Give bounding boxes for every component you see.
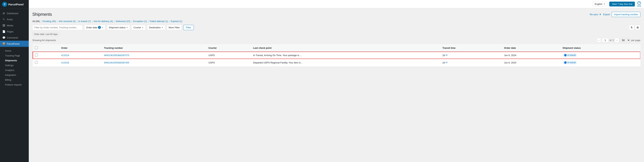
columns-view-button[interactable]: ⊞ xyxy=(635,25,640,30)
col-transit-time: Transit time xyxy=(440,44,502,52)
transit-time-value: 2d ✉ xyxy=(442,54,500,57)
row-order-cell: #13319 xyxy=(59,52,102,59)
order-date-chevron-icon: ▼ xyxy=(102,26,104,28)
row-order-cell: #13318 xyxy=(59,59,102,66)
sidebar-label-dashboard: Dashboard xyxy=(7,12,18,15)
sidebar-item-pages[interactable]: 📄 Pages xyxy=(0,28,29,35)
sidebar-sub-feature-request[interactable]: Feature request xyxy=(0,82,29,87)
transit-days: 2d xyxy=(442,61,445,64)
row-date-cell: Jun 6, 2024 xyxy=(502,59,560,66)
sidebar-item-comments[interactable]: 💬 Comments xyxy=(0,35,29,41)
sidebar-label-comments: Comments xyxy=(7,36,18,39)
help-button[interactable]: ? Help xyxy=(637,1,641,7)
brand-header: P ParcelPanel xyxy=(0,0,29,9)
tab-in-transit[interactable]: In transit (7) xyxy=(78,20,91,23)
sidebar-sub-tracking-page[interactable]: Tracking Page xyxy=(0,53,29,58)
transit-time-value: 2d ✉ xyxy=(442,61,500,64)
destination-filter[interactable]: Destination ▼ xyxy=(147,25,165,30)
table-row: #13319 940013610553683387375 USPS In Tra… xyxy=(33,52,640,59)
row-checkpoint-cell: In Transit, Arriving On Time. Your packa… xyxy=(251,52,440,59)
import-button[interactable]: Import tracking number xyxy=(612,12,640,17)
sidebar-sub-analytics[interactable]: Analytics xyxy=(0,68,29,73)
date-badge: Order date: Last 60 days xyxy=(32,32,59,36)
shipment-status-chevron-icon: ▼ xyxy=(126,26,128,28)
page-title: Shipments xyxy=(32,12,52,17)
more-filter-button[interactable]: More Filter xyxy=(167,25,182,30)
view-buttons: ⇅ ⊞ xyxy=(629,25,640,30)
row-status-cell: 🔵 In transit xyxy=(560,52,640,59)
resync-button[interactable]: Re-sync ▼ xyxy=(590,13,602,16)
table-info: Showing 84 shipments ‹ of 2 › 50 25 100 … xyxy=(32,38,640,42)
prev-page-button[interactable]: ‹ xyxy=(597,38,601,42)
tracking-link[interactable]: 940013610553683387375 xyxy=(104,54,129,57)
total-pages: 2 xyxy=(612,39,614,42)
row-date-cell: Jun 6, 2024 xyxy=(502,52,560,59)
next-page-button[interactable]: › xyxy=(615,38,619,42)
language-selector[interactable]: English ▼ xyxy=(593,2,607,6)
status-badge: 🔵 In transit xyxy=(562,53,577,57)
row-status-cell: 🔵 In transit xyxy=(560,59,640,66)
order-date-filter[interactable]: Order date 1 ▼ xyxy=(84,25,105,30)
sidebar-item-media[interactable]: 🖼 Media xyxy=(0,22,29,28)
sidebar-sub-billing[interactable]: Billing xyxy=(0,78,29,82)
page-input[interactable] xyxy=(602,38,608,42)
tab-pending[interactable]: Pending (45) xyxy=(42,20,56,23)
order-link[interactable]: #13319 xyxy=(61,54,69,57)
row-checkbox[interactable] xyxy=(35,61,38,64)
sidebar-label-posts: Posts xyxy=(7,18,13,21)
showing-count: Showing 84 shipments xyxy=(32,39,56,42)
tab-delivered[interactable]: Delivered (22) xyxy=(116,20,130,23)
destination-label: Destination xyxy=(149,26,161,29)
select-all-checkbox[interactable] xyxy=(35,46,38,49)
page-content: Shipments Re-sync ▼ Export Import tracki… xyxy=(29,8,644,162)
sidebar-item-posts[interactable]: ✎ Posts xyxy=(0,16,29,22)
sidebar-item-parcelpanel[interactable]: 📦 ParcelPanel xyxy=(0,41,29,47)
sidebar-item-dashboard[interactable]: ⊞ Dashboard xyxy=(0,10,29,16)
of-label: of xyxy=(610,39,612,42)
row-transit-cell: 2d ✉ xyxy=(440,52,502,59)
trial-button[interactable]: Start 7-day free trial xyxy=(609,1,635,6)
tab-expired[interactable]: Expired (1) xyxy=(171,20,182,23)
col-checkbox xyxy=(33,44,59,52)
col-order-date: Order date xyxy=(502,44,560,52)
courier-filter[interactable]: Courier ▼ xyxy=(132,25,146,30)
tab-out-for-delivery[interactable]: Out for delivery (4) xyxy=(94,20,113,23)
per-page-label: per page xyxy=(631,39,640,42)
courier-label: Courier xyxy=(134,26,141,29)
more-filter-label: More Filter xyxy=(169,26,180,29)
row-courier-cell: USPS xyxy=(206,59,251,66)
per-page-select[interactable]: 50 25 100 xyxy=(620,38,630,42)
sidebar-label-parcelpanel: ParcelPanel xyxy=(7,42,20,45)
status-label: In transit xyxy=(568,61,576,64)
col-order: Order xyxy=(59,44,102,52)
language-chevron-icon: ▼ xyxy=(603,3,605,5)
sidebar-sub-home[interactable]: Home xyxy=(0,48,29,53)
row-transit-cell: 2d ✉ xyxy=(440,59,502,66)
main-content: English ▼ Start 7-day free trial ? Help … xyxy=(29,0,644,162)
tab-all[interactable]: All (84) xyxy=(32,20,40,23)
sidebar-sub-integration[interactable]: Integration xyxy=(0,73,29,78)
tab-exception[interactable]: Exception (1) xyxy=(133,20,147,23)
tab-failed-attempt[interactable]: Failed attempt (1) xyxy=(150,20,168,23)
shipments-table: Order Tracking number Courier Last check… xyxy=(32,44,640,66)
shipment-status-filter[interactable]: Shipment status ▼ xyxy=(107,25,130,30)
sidebar-sub-shipments[interactable]: Shipments xyxy=(0,58,29,63)
resync-chevron-icon: ▼ xyxy=(599,13,602,16)
sidebar-sub-settings[interactable]: Settings xyxy=(0,63,29,68)
reorder-view-button[interactable]: ⇅ xyxy=(629,25,634,30)
mail-icon: ✉ xyxy=(446,54,448,56)
export-button[interactable]: Export xyxy=(603,13,610,16)
search-input[interactable] xyxy=(32,25,83,30)
tracking-link[interactable]: 940013610553683387405 xyxy=(104,62,129,64)
col-last-checkpoint: Last check point xyxy=(251,44,440,52)
row-checkbox[interactable] xyxy=(35,54,38,56)
table-header-row: Order Tracking number Courier Last check… xyxy=(33,44,640,52)
page-header: Shipments Re-sync ▼ Export Import tracki… xyxy=(32,12,640,17)
order-link[interactable]: #13318 xyxy=(61,61,69,64)
row-checkbox-cell xyxy=(33,59,59,66)
row-tracking-cell: 940013610553683387405 xyxy=(102,59,206,66)
status-icon: 🔵 xyxy=(564,54,567,56)
media-icon: 🖼 xyxy=(2,24,6,27)
filter-apply-button[interactable]: Filter xyxy=(183,25,194,30)
tab-info-received[interactable]: Info received (3) xyxy=(58,20,76,23)
